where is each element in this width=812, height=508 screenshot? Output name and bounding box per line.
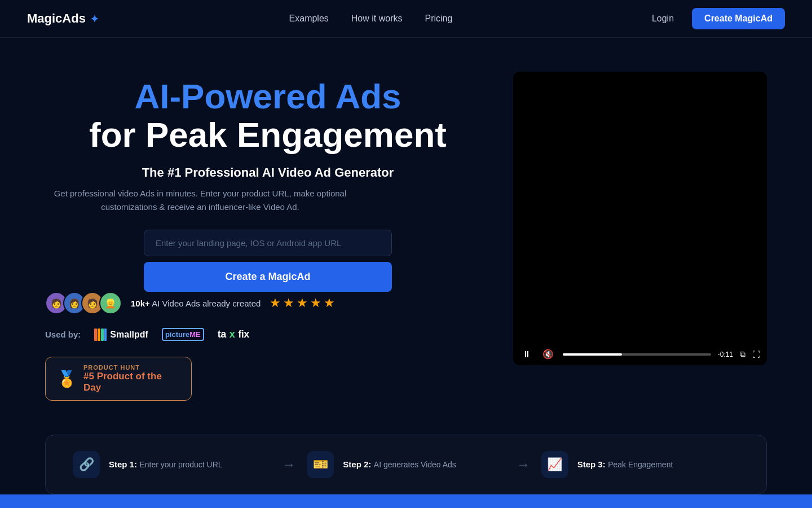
nav-links: Examples How it works Pricing [289,14,453,24]
arrow-2: → [517,457,530,472]
step-1-text: Step 1: Enter your product URL [109,459,223,470]
nav-examples[interactable]: Examples [289,14,329,23]
progress-bar[interactable] [563,353,711,356]
step-1-icon: 🔗 [73,451,100,478]
fullscreen-icon[interactable]: ⛶ [752,350,760,359]
nav-how-it-works[interactable]: How it works [351,14,403,23]
hero-form: Create a MagicAd [144,230,392,292]
hero-right: ⏸ 🔇 -0:11 ⧉ ⛶ [513,72,767,365]
used-by-label: Used by: [45,330,81,339]
avatar-group: 🧑 👩 🧑 👱 [45,292,122,314]
svg-rect-0 [94,329,97,341]
logo[interactable]: MagicAds ✦ [27,11,99,26]
brand-pictureme: pictureME [162,328,204,341]
steps-box: 🔗 Step 1: Enter your product URL → 🎫 Ste… [45,435,767,494]
step-2: 🎫 Step 2: AI generates Video Ads [307,451,505,478]
step-1: 🔗 Step 1: Enter your product URL [73,451,271,478]
step-3: 📈 Step 3: Peak Engagement [541,451,739,478]
smallpdf-icon [94,329,107,341]
svg-rect-3 [104,329,107,341]
product-hunt-badge: 🏅 PRODUCT HUNT #5 Product of the Day [45,357,192,401]
time-label: -0:11 [718,351,733,358]
arrow-1: → [282,457,295,472]
hero-text-block: AI-Powered Ads for Peak Engagement The #… [45,77,491,214]
mute-button[interactable]: 🔇 [540,348,556,361]
used-by: Used by: Smallpdf pictureME taxfix [45,328,491,341]
brand-taxfix: taxfix [218,329,249,340]
nav-right: Login Create MagicAd [643,8,785,29]
hero-description: Get professional video Ads in minutes. E… [45,187,355,214]
steps-section: 🔗 Step 1: Enter your product URL → 🎫 Ste… [0,423,812,494]
bottom-bar [0,494,812,508]
progress-fill [563,353,622,356]
svg-rect-1 [98,329,100,341]
svg-rect-2 [101,329,104,341]
social-proof: 🧑 👩 🧑 👱 10k+ AI Video Ads already create… [45,292,491,314]
brand-smallpdf: Smallpdf [94,329,148,341]
create-ad-button[interactable]: Create a MagicAd [144,262,392,292]
step-2-icon: 🎫 [307,451,334,478]
login-button[interactable]: Login [643,9,683,28]
picture-in-picture-icon[interactable]: ⧉ [740,349,745,359]
step-3-icon: 📈 [541,451,568,478]
hero-left: AI-Powered Ads for Peak Engagement The #… [45,72,491,401]
url-input[interactable] [144,230,392,256]
medal-icon: 🏅 [57,370,77,388]
star-rating: ★ ★ ★ ★ ★ [270,296,335,310]
nav-pricing[interactable]: Pricing [425,14,453,23]
avatar: 👱 [99,292,122,314]
proof-text: 10k+ AI Video Ads already created [131,299,261,308]
video-player[interactable]: ⏸ 🔇 -0:11 ⧉ ⛶ [513,72,767,365]
create-magicad-nav-button[interactable]: Create MagicAd [692,8,785,29]
ph-text: PRODUCT HUNT #5 Product of the Day [83,364,180,393]
hero-subtitle: The #1 Professional AI Video Ad Generato… [45,165,491,180]
hero-title: AI-Powered Ads for Peak Engagement [45,77,491,154]
pause-button[interactable]: ⏸ [520,348,533,361]
step-3-text: Step 3: Peak Engagement [577,459,673,470]
hero-section: AI-Powered Ads for Peak Engagement The #… [0,38,812,423]
step-2-text: Step 2: AI generates Video Ads [343,459,456,470]
video-controls: ⏸ 🔇 -0:11 ⧉ ⛶ [513,343,767,365]
navbar: MagicAds ✦ Examples How it works Pricing… [0,0,812,38]
logo-text: MagicAds ✦ [27,11,99,26]
